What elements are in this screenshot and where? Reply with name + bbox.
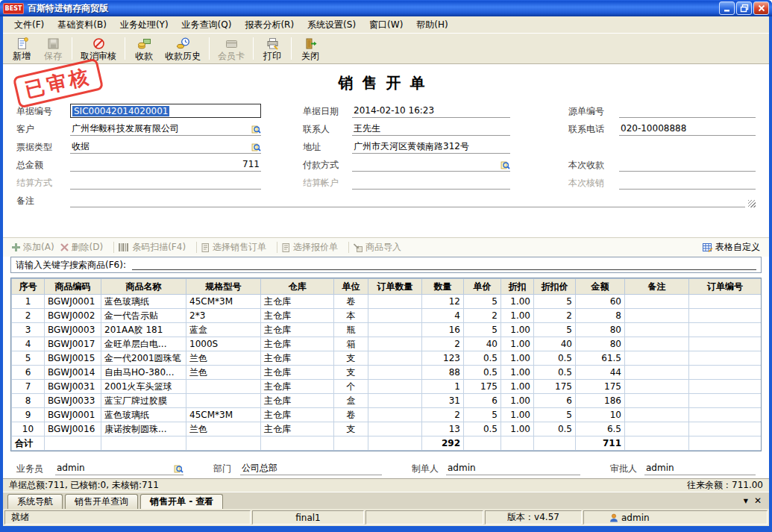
table-cell[interactable]: 4 bbox=[422, 309, 464, 323]
delete-row-button[interactable]: 删除(D) bbox=[60, 241, 104, 254]
add-row-button[interactable]: 添加(A) bbox=[12, 241, 54, 254]
table-cell[interactable]: 主仓库 bbox=[261, 351, 334, 366]
table-cell[interactable]: 80 bbox=[576, 337, 625, 351]
col-header-discount-price[interactable]: 折扣价 bbox=[534, 279, 576, 295]
table-cell[interactable]: 1.00 bbox=[501, 380, 534, 394]
table-cell[interactable]: 蓝宝厂牌过胶膜 bbox=[101, 394, 186, 408]
remark-resize-icon[interactable] bbox=[748, 200, 756, 207]
table-cell[interactable] bbox=[368, 422, 422, 436]
table-cell[interactable]: BGWJ0014 bbox=[45, 366, 101, 380]
table-cell[interactable]: 175 bbox=[464, 380, 501, 394]
table-cell[interactable]: 0.5 bbox=[534, 422, 576, 436]
table-cell[interactable]: 箱 bbox=[334, 337, 368, 351]
tab-close-icon[interactable]: ✕ bbox=[754, 495, 762, 506]
table-cell[interactable]: 2 bbox=[422, 408, 464, 422]
menu-business[interactable]: 业务处理(Y) bbox=[113, 16, 175, 34]
table-cell[interactable]: 2 bbox=[422, 337, 464, 351]
table-cell[interactable] bbox=[625, 351, 689, 366]
table-cell[interactable] bbox=[186, 380, 261, 394]
table-cell[interactable]: 2 bbox=[534, 309, 576, 323]
table-cell[interactable]: 盒 bbox=[334, 394, 368, 408]
select-quote-button[interactable]: 选择报价单 bbox=[282, 241, 338, 254]
table-cell[interactable]: 主仓库 bbox=[261, 366, 334, 380]
table-cell[interactable]: 123 bbox=[422, 351, 464, 366]
table-cell[interactable]: 主仓库 bbox=[261, 309, 334, 323]
table-cell[interactable]: 186 bbox=[576, 394, 625, 408]
table-cell[interactable]: 卷 bbox=[334, 295, 368, 309]
table-cell[interactable]: 0.5 bbox=[534, 366, 576, 380]
current-received-input[interactable] bbox=[619, 157, 756, 172]
table-cell[interactable]: 8 bbox=[12, 394, 45, 408]
table-cell[interactable]: 44 bbox=[576, 366, 625, 380]
table-cell[interactable]: 80 bbox=[576, 323, 625, 337]
table-cell[interactable]: 6.5 bbox=[576, 422, 625, 436]
receive-payment-button[interactable]: 收款 bbox=[128, 34, 160, 63]
table-cell[interactable]: BGWJ0015 bbox=[45, 351, 101, 366]
col-header-spec[interactable]: 规格型号 bbox=[186, 279, 261, 295]
table-cell[interactable]: 金一代告示贴 bbox=[101, 309, 186, 323]
table-cell[interactable]: 兰色 bbox=[186, 366, 261, 380]
phone-input[interactable]: 020-10008888 bbox=[619, 122, 756, 136]
col-header-qty[interactable]: 数量 bbox=[422, 279, 464, 295]
table-row[interactable]: 4BGWJ0017金旺单层白电...1000S主仓库箱2401.004080 bbox=[12, 337, 762, 351]
table-cell[interactable]: 6 bbox=[464, 394, 501, 408]
table-cell[interactable]: 兰色 bbox=[186, 351, 261, 366]
pay-method-input[interactable] bbox=[352, 157, 510, 172]
print-button[interactable]: 打印 bbox=[257, 34, 288, 63]
table-cell[interactable]: 蓝色玻璃纸 bbox=[101, 295, 186, 309]
table-cell[interactable]: 2001火车头篮球 bbox=[101, 380, 186, 394]
tab-system-nav[interactable]: 系统导航 bbox=[7, 494, 63, 509]
table-cell[interactable]: 3 bbox=[12, 323, 45, 337]
table-cell[interactable]: BGWJ0016 bbox=[45, 422, 101, 436]
table-cell[interactable]: 9 bbox=[12, 408, 45, 422]
receipt-type-lookup-icon[interactable] bbox=[251, 143, 261, 152]
table-cell[interactable] bbox=[625, 295, 689, 309]
table-cell[interactable]: 5 bbox=[534, 295, 576, 309]
table-cell[interactable]: 瓶 bbox=[334, 323, 368, 337]
col-header-unit[interactable]: 单位 bbox=[334, 279, 368, 295]
select-sales-order-button[interactable]: 选择销售订单 bbox=[201, 241, 266, 254]
table-cell[interactable] bbox=[368, 309, 422, 323]
table-cell[interactable]: 5 bbox=[534, 408, 576, 422]
table-cell[interactable]: 40 bbox=[464, 337, 501, 351]
table-cell[interactable] bbox=[625, 380, 689, 394]
table-cell[interactable]: 个 bbox=[334, 380, 368, 394]
product-search-input[interactable]: 请输入关键字搜索商品(F6): bbox=[10, 257, 762, 273]
table-customize-button[interactable]: 表格自定义 bbox=[703, 241, 760, 254]
payment-history-button[interactable]: 收款历史 bbox=[160, 34, 206, 63]
table-cell[interactable]: BGWJ0001 bbox=[45, 295, 101, 309]
table-cell[interactable] bbox=[689, 309, 762, 323]
table-cell[interactable]: 175 bbox=[576, 380, 625, 394]
customer-lookup-icon[interactable] bbox=[251, 125, 261, 134]
close-doc-button[interactable]: 关闭 bbox=[295, 34, 326, 63]
member-card-button[interactable]: 会员卡 bbox=[213, 34, 250, 63]
table-cell[interactable] bbox=[689, 295, 762, 309]
table-cell[interactable]: 7 bbox=[12, 380, 45, 394]
contact-input[interactable]: 王先生 bbox=[352, 122, 510, 136]
table-cell[interactable]: 1.00 bbox=[501, 422, 534, 436]
table-row[interactable]: 7BGWJ00312001火车头篮球主仓库个11751.00175175 bbox=[12, 380, 762, 394]
tab-list-dropdown-icon[interactable]: ▼ bbox=[744, 498, 748, 504]
col-header-discount[interactable]: 折扣 bbox=[501, 279, 534, 295]
table-cell[interactable]: 1.00 bbox=[501, 351, 534, 366]
new-button[interactable]: 新增 bbox=[6, 34, 37, 63]
table-cell[interactable]: 主仓库 bbox=[261, 408, 334, 422]
table-cell[interactable] bbox=[625, 422, 689, 436]
table-cell[interactable] bbox=[625, 366, 689, 380]
receipt-type-input[interactable]: 收据 bbox=[70, 140, 261, 154]
table-cell[interactable] bbox=[368, 380, 422, 394]
table-cell[interactable]: 自由马HO-380... bbox=[101, 366, 186, 380]
salesman-input[interactable]: admin bbox=[55, 461, 183, 475]
table-cell[interactable] bbox=[625, 408, 689, 422]
table-cell[interactable]: 1 bbox=[422, 380, 464, 394]
table-cell[interactable] bbox=[368, 408, 422, 422]
table-cell[interactable]: 主仓库 bbox=[261, 295, 334, 309]
doc-date-input[interactable]: 2014-02-10 16:23 bbox=[352, 104, 510, 118]
tab-sales-order-view[interactable]: 销售开单 - 查看 bbox=[140, 494, 223, 509]
table-cell[interactable]: 0.5 bbox=[464, 366, 501, 380]
table-cell[interactable]: 5 bbox=[12, 351, 45, 366]
current-writeoff-input[interactable] bbox=[619, 175, 756, 190]
table-cell[interactable]: 5 bbox=[464, 408, 501, 422]
settle-account-input[interactable] bbox=[352, 175, 510, 190]
cancel-audit-button[interactable]: 取消审核 bbox=[75, 34, 122, 63]
